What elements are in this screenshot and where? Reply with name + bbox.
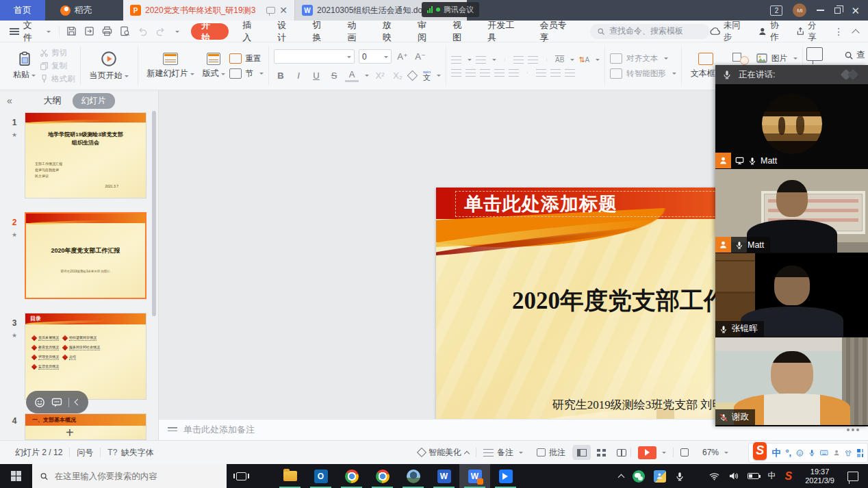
participant-tile-2[interactable]: Matt (715, 169, 868, 253)
taskbar-app-meeting[interactable] (490, 464, 521, 488)
align-text-button[interactable]: 对齐文本 (610, 53, 676, 64)
share-button[interactable]: 分享 (796, 20, 824, 43)
superscript-button[interactable]: X² (373, 68, 387, 82)
cut-button[interactable]: 剪切 (40, 48, 75, 58)
task-view-button[interactable] (227, 464, 255, 488)
network-icon[interactable] (709, 472, 719, 480)
wechat-tray-icon[interactable] (633, 470, 645, 483)
format-painter-button[interactable]: 格式刷 (40, 74, 75, 84)
more-options-icon[interactable] (847, 428, 850, 431)
outline-tab[interactable]: 大纲 (44, 94, 62, 107)
ime-language-toggle[interactable]: 中 (771, 447, 780, 459)
more-menu-icon[interactable]: ⋮ (834, 26, 843, 37)
command-search[interactable]: 查找命令、搜索模板 (590, 24, 710, 39)
close-button[interactable]: ✕ (851, 5, 860, 16)
ime-skin-icon[interactable] (845, 449, 852, 457)
participant-tile-4[interactable]: 谢政 (715, 337, 868, 426)
taskbar-app-wps-active[interactable]: W (459, 464, 490, 488)
sogou-logo-icon[interactable]: S (753, 442, 767, 460)
present-icon[interactable] (266, 7, 275, 14)
hidden-icons-chevron[interactable] (617, 474, 624, 481)
taskbar-app-chrome-2[interactable] (367, 464, 398, 488)
file-menu[interactable]: 文件 (0, 19, 59, 44)
clear-format-icon[interactable] (407, 70, 418, 81)
taskbar-app-word[interactable]: W (429, 464, 459, 488)
restore-button[interactable] (834, 8, 841, 14)
slide-thumbnail-2-selected[interactable]: 2020年度党支部工作汇报 研究生2019级测绘3班党支部 刘明仁 (25, 212, 146, 299)
numbered-list-icon[interactable] (476, 56, 486, 64)
new-slide-button[interactable]: 新建幻灯片 (143, 53, 199, 79)
chat-icon[interactable] (51, 397, 62, 408)
reading-view-button[interactable] (613, 445, 630, 460)
tab-design[interactable]: 设计 (268, 21, 303, 42)
tab-transition[interactable]: 切换 (303, 21, 338, 42)
minimize-button[interactable] (817, 10, 824, 11)
mic-tray-icon[interactable] (675, 472, 685, 481)
redo-icon[interactable] (155, 26, 166, 36)
bullet-list-icon[interactable] (451, 56, 461, 64)
tab-review[interactable]: 审阅 (409, 21, 444, 42)
pinyin-guide-button[interactable]: wén 文 (423, 70, 431, 81)
meeting-panel[interactable]: 正在讲话: Matt Matt (715, 65, 868, 426)
grow-font-button[interactable]: A⁺ (396, 50, 409, 64)
strikethrough-button[interactable]: S (327, 68, 341, 82)
slide-thumbnail-1[interactable]: 地学学院研19级测绘3班党支部组织生活会 支部工作情况汇报 批评与自我批评 民主… (25, 112, 146, 198)
print-icon[interactable] (102, 26, 112, 36)
sidebar-scrollbar[interactable] (152, 111, 156, 316)
participant-tile-3[interactable]: 张锟晖 (715, 253, 868, 337)
italic-button[interactable]: I (292, 68, 305, 82)
layout-button[interactable]: 版式 (199, 53, 229, 79)
align-center-icon[interactable] (465, 69, 476, 77)
line-spacing-icon[interactable] (536, 69, 546, 77)
taskbar-app-explorer[interactable] (275, 464, 305, 488)
emoji-icon[interactable] (34, 397, 45, 408)
save-icon[interactable] (66, 26, 77, 36)
missing-font-button[interactable]: T?缺失字体 (101, 447, 160, 459)
window-count-badge[interactable]: 2 (770, 5, 782, 16)
distribute-icon[interactable] (509, 69, 519, 77)
fit-slide-button[interactable] (674, 448, 695, 457)
participant-tile-1[interactable]: Matt (715, 84, 868, 169)
normal-view-button[interactable] (573, 445, 591, 460)
user-avatar[interactable]: Mi (793, 3, 806, 17)
slideshow-button[interactable] (631, 446, 673, 459)
slide-thumbnail-4[interactable]: 一、支部基本概况 (25, 413, 146, 440)
increase-indent-icon[interactable] (528, 56, 538, 64)
volume-icon[interactable] (728, 472, 739, 480)
ime-keyboard-icon[interactable] (820, 449, 828, 457)
align-left-icon[interactable] (451, 69, 461, 77)
font-size-combo[interactable]: 0 (359, 49, 392, 64)
tab-animation[interactable]: 动画 (339, 21, 374, 42)
char-border-button[interactable]: AB (555, 56, 564, 64)
section-button[interactable]: 节 (229, 68, 264, 79)
sticker-toolbar[interactable] (26, 391, 88, 413)
tab-home[interactable]: 首页 (0, 0, 45, 21)
export-icon[interactable] (84, 26, 94, 36)
sogou-tray-icon[interactable]: S (785, 470, 793, 483)
tab-document-active[interactable]: P 2020党支书年终述职_研19测3 ✕ (123, 0, 294, 21)
taskbar-app-photos[interactable] (398, 464, 429, 488)
find-button[interactable]: 查 (844, 49, 865, 61)
align-right-icon[interactable] (480, 69, 490, 77)
paste-button[interactable]: 粘贴 (9, 51, 40, 81)
sorter-view-button[interactable] (593, 445, 611, 460)
tab-insert[interactable]: 插入 (233, 21, 268, 42)
action-center-icon[interactable] (847, 472, 858, 481)
ime-mode-indicator[interactable]: 中 (768, 470, 776, 482)
play-from-current-button[interactable]: 当页开始 (86, 51, 133, 81)
tencent-meeting-chip[interactable]: 腾讯会议 (422, 2, 479, 17)
contacts-tray-icon[interactable] (654, 470, 666, 483)
note-toggle-button[interactable]: 备注 (476, 447, 530, 459)
spacing-options-icon[interactable] (565, 69, 575, 77)
sync-status[interactable]: 未同步 (710, 20, 748, 43)
beautify-button[interactable]: 智能美化 (411, 447, 476, 459)
picture-button[interactable]: 图片 (756, 53, 797, 64)
slide-thumbnail-3[interactable]: 目录 党员发展情况 教育党员情况 管理党员情况 监督党员情况 组织凝聚同学情况 … (25, 313, 146, 400)
tab-docer[interactable]: 稻壳 (45, 0, 107, 21)
tab-slideshow[interactable]: 放映 (374, 21, 409, 42)
ime-toolbox-icon[interactable] (857, 449, 863, 457)
collapse-panel-icon[interactable]: « (7, 95, 12, 106)
subscript-button[interactable]: X₂ (391, 68, 405, 82)
quickbar-more-icon[interactable] (175, 31, 179, 35)
tab-view[interactable]: 视图 (444, 21, 478, 42)
